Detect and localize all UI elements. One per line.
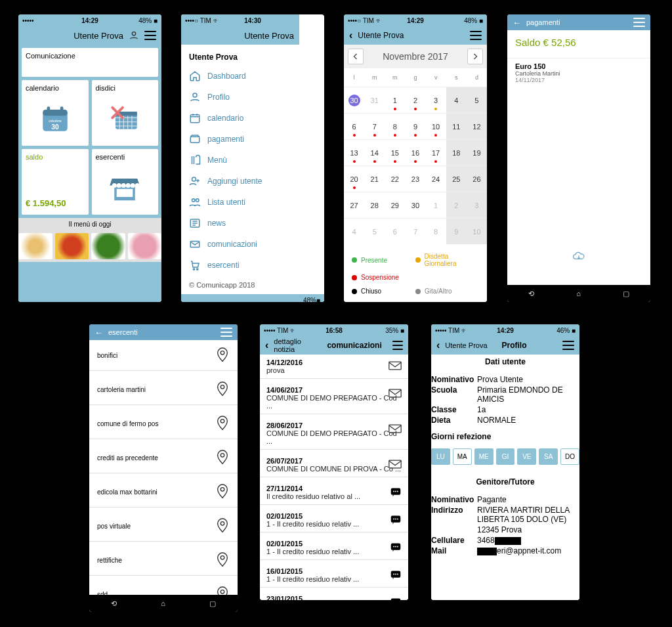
day-chip[interactable]: SA [539,448,558,465]
menu-item-calendar[interactable]: calendario [181,108,299,129]
back-label[interactable]: Utente Prova [358,31,404,40]
menu-icon[interactable] [633,18,645,27]
calendar-day[interactable]: 5 [467,87,487,113]
map-pin-icon[interactable] [215,551,230,569]
calendar-day[interactable]: 3 [467,192,487,218]
esercente-item[interactable]: crediti as precedente [89,443,238,473]
calendar-day[interactable]: 6 [344,113,364,139]
calendar-day[interactable]: 3 [426,87,446,113]
esercente-item[interactable]: cartoleria martini [89,374,238,405]
calendar-day[interactable]: 8 [385,113,405,139]
back-nav-icon[interactable]: ⟲ [111,599,117,608]
menu-icon[interactable] [562,341,574,350]
calendar-day[interactable]: 17 [426,139,446,165]
comunicazione-item[interactable]: 14/06/2017COMUNE DI DEMO PREPAGATO - Cod… [260,382,408,414]
comunicazione-item[interactable]: 16/01/20151 - Il credito residuo relativ… [260,563,408,588]
page-title[interactable]: esercenti [108,328,138,336]
day-chip[interactable]: DO [560,448,579,465]
calendar-day[interactable]: 1 [426,192,446,218]
menu-item-adduser[interactable]: Aggiungi utente [181,171,299,192]
map-pin-icon[interactable] [215,449,230,466]
map-pin-icon[interactable] [215,483,230,500]
calendar-day[interactable]: 7 [364,113,385,139]
calendar-day[interactable]: 4 [446,87,467,113]
calendar-day[interactable]: 26 [467,165,487,192]
esercente-item[interactable]: comune di fermo pos [89,408,238,439]
calendar-day[interactable]: 25 [446,165,467,192]
esercente-item[interactable]: rettifiche [89,545,238,576]
back-label[interactable]: dettaglio notizia [274,337,319,353]
payment-item[interactable]: Euro 150Cartoleria Martini14/11/2017 [507,58,650,89]
calendar-day[interactable]: 8 [426,218,446,244]
user-icon[interactable] [129,30,139,41]
tile-disdici[interactable]: disdici [92,80,159,146]
calendar-day[interactable]: 4 [344,218,364,244]
calendar-day[interactable]: 18 [446,139,467,165]
calendar-day[interactable]: 12 [467,113,487,139]
comunicazione-card[interactable]: Comunicazione [22,48,158,77]
tile-calendario[interactable]: calendario ottobre 30 [22,80,89,146]
calendar-day[interactable]: 19 [467,139,487,165]
home-nav-icon[interactable]: ⌂ [576,290,581,297]
comunicazione-item[interactable]: 14/12/2016prova [260,355,408,379]
calendar-day[interactable]: 15 [385,139,405,165]
menu-item-menu[interactable]: Menù [181,150,299,171]
recents-nav-icon[interactable]: ▢ [623,290,629,298]
menu-item-person[interactable]: Profilo [181,87,299,108]
calendar-day[interactable]: 30 [344,87,364,113]
comunicazione-item[interactable]: 23/01/20151 - Il credito residuo relativ… [260,591,408,600]
home-nav-icon[interactable]: ⌂ [161,599,165,607]
next-month-icon[interactable] [467,49,483,64]
calendar-day[interactable]: 6 [385,218,405,244]
comunicazione-item[interactable]: 26/07/2017COMUNE DI COMUNE DI PROVA - Co… [260,453,408,477]
back-nav-icon[interactable]: ⟲ [528,290,534,298]
day-chip[interactable]: ME [474,448,494,465]
calendar-day[interactable]: 28 [364,192,385,218]
calendar-day[interactable]: 22 [385,165,405,192]
esercente-item[interactable]: pos virtuale [89,511,238,542]
prev-month-icon[interactable] [348,49,364,64]
calendar-day[interactable]: 7 [405,218,425,244]
map-pin-icon[interactable] [215,586,230,595]
calendar-day[interactable]: 31 [364,87,385,113]
tile-saldo[interactable]: saldo € 1.594,50 [22,149,89,215]
day-chip[interactable]: LU [431,448,450,465]
calendar-day[interactable]: 2 [446,192,467,218]
map-pin-icon[interactable] [215,415,230,432]
calendar-day[interactable]: 30 [405,192,425,218]
calendar-day[interactable]: 9 [405,113,425,139]
day-chip[interactable]: GI [496,448,515,465]
comunicazione-item[interactable]: 02/01/20151 - Il credito residuo relativ… [260,536,408,560]
calendar-day[interactable]: 10 [426,113,446,139]
comunicazione-item[interactable]: 28/06/2017COMUNE DI DEMO PREPAGATO - Cod… [260,418,408,450]
back-icon[interactable]: ‹ [349,30,352,41]
comunicazione-item[interactable]: 27/11/2014Il credito residuo relativo al… [260,481,408,505]
esercente-item[interactable]: sdd [89,579,238,595]
calendar-day[interactable]: 16 [405,139,425,165]
calendar-day[interactable]: 27 [344,192,364,218]
calendar-day[interactable]: 24 [426,165,446,192]
menu-item-wallet[interactable]: pagamenti [181,129,299,150]
calendar-day[interactable]: 9 [446,218,467,244]
menu-item-cart[interactable]: esercenti [181,255,299,276]
map-pin-icon[interactable] [215,517,230,534]
back-icon[interactable]: ← [94,328,103,337]
calendar-day[interactable]: 10 [467,218,487,244]
tile-esercenti[interactable]: esercenti [92,149,159,215]
calendar-day[interactable]: 20 [344,165,364,192]
back-icon[interactable]: ‹ [265,339,268,351]
menu-item-mail[interactable]: comunicazioni [181,234,299,255]
menu-icon[interactable] [470,31,482,40]
calendar-day[interactable]: 5 [364,218,385,244]
back-label[interactable]: Utente Prova [445,341,487,349]
day-chip[interactable]: MA [453,448,472,465]
menu-icon[interactable] [392,341,403,350]
back-icon[interactable]: ‹ [436,339,440,351]
calendar-day[interactable]: 11 [446,113,467,139]
calendar-day[interactable]: 1 [385,87,405,113]
menu-icon[interactable] [220,328,232,337]
calendar-day[interactable]: 29 [385,192,405,218]
cloud-icon[interactable] [507,251,650,263]
map-pin-icon[interactable] [215,381,230,398]
day-chip[interactable]: VE [517,448,536,465]
